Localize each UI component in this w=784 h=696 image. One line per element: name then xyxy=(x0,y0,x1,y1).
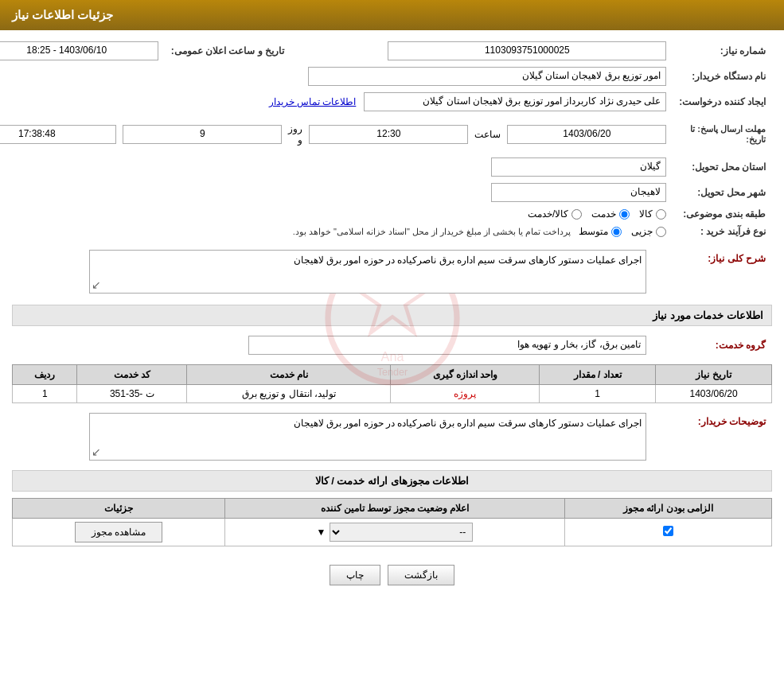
sharh-koli-table: شرح کلی نیاز: اجرای عملیات دستور کارهای … xyxy=(12,247,772,297)
nooe-motavaset-label: متوسط xyxy=(579,226,608,237)
etelaat-tamas-link[interactable]: اطلاعات تماس خریدار xyxy=(269,96,357,107)
col-elzam: الزامی بودن ارائه مجوز xyxy=(565,499,772,519)
mohlat-label: مهلت ارسال پاسخ: تا تاریخ: xyxy=(673,115,772,154)
name-dastgah-label: نام دستگاه خریدار: xyxy=(673,64,772,89)
tabaqe-label: طبقه بندی موضوعی: xyxy=(673,205,772,223)
gorooh-khedmat-label: گروه خدمت: xyxy=(653,332,772,358)
nooe-jozi-option[interactable]: جزیی xyxy=(631,226,666,237)
mohlat-rooz-label: روز و xyxy=(288,123,302,146)
col-elam: اعلام وضعیت مجوز توسط تامین کننده xyxy=(224,499,565,519)
ijad-konande-value: علی حیدری نژاد کاربرداز امور توزیع برق ل… xyxy=(364,92,666,111)
tabaqe-radio-group: کالا خدمت کالا/خدمت xyxy=(0,208,666,220)
tarikh-value: 1403/06/10 - 18:25 xyxy=(0,41,158,60)
mohlat-date: 1403/06/20 xyxy=(507,125,666,144)
elzam-checkbox[interactable] xyxy=(663,526,673,536)
dropdown-arrow-icon: ▼ xyxy=(316,527,326,538)
radif-cell: 1 xyxy=(13,385,77,403)
nooe-jozi-radio[interactable] xyxy=(656,227,666,237)
page-header: جزئیات اطلاعات نیاز xyxy=(0,0,784,30)
nooe-jozi-label: جزیی xyxy=(631,226,653,237)
gorooh-khedmat-value: تامین برق، گاز، بخار و تهویه هوا xyxy=(248,336,646,355)
tarikh-cell: 1403/06/20 xyxy=(656,385,772,403)
tozihat-value: اجرای عملیات دستور کارهای سرقت سیم اداره… xyxy=(89,413,646,461)
tozihat-label: توضیحات خریدار: xyxy=(653,410,772,464)
sharh-koli-label: شرح کلی نیاز: xyxy=(653,247,772,297)
nooe-farayand-label: نوع فرآیند خرید : xyxy=(673,223,772,240)
nooe-motavaset-radio[interactable] xyxy=(611,227,622,237)
col-joziyat: جزئیات xyxy=(13,499,225,519)
tabaqe-kala-khedmat-radio[interactable] xyxy=(571,209,582,220)
col-radif: ردیف xyxy=(13,365,77,385)
col-name-khedmat: نام خدمت xyxy=(187,365,391,385)
etelaat-khedamat-title: اطلاعات خدمات مورد نیاز xyxy=(12,305,772,326)
mohlat-time: 12:30 xyxy=(309,125,468,144)
header-title: جزئیات اطلاعات نیاز xyxy=(12,8,113,21)
tozihat-table: توضیحات خریدار: اجرای عملیات دستور کارها… xyxy=(12,410,772,464)
shomara-niaz-label: شماره نیاز: xyxy=(673,38,772,64)
mohlat-rooz-value: 9 xyxy=(123,125,282,144)
nooe-motavaset-option[interactable]: متوسط xyxy=(579,226,622,237)
joziyat-cell: مشاهده مجوز xyxy=(13,519,225,546)
tabaqe-kala-option[interactable]: کالا xyxy=(639,208,666,220)
gorooh-khedmat-table: گروه خدمت: تامین برق، گاز، بخار و تهویه … xyxy=(12,332,772,358)
tarikh-label: تاریخ و ساعت اعلان عمومی: xyxy=(165,38,291,64)
col-tedad: تعداد / مقدار xyxy=(540,365,656,385)
elam-select[interactable]: -- xyxy=(330,523,473,542)
permissions-table: الزامی بودن ارائه مجوز اعلام وضعیت مجوز … xyxy=(12,498,772,546)
mojavez-section-title: اطلاعات مجوزهای ارائه خدمت / کالا xyxy=(12,470,772,492)
shahr-label: شهر محل تحویل: xyxy=(673,180,772,205)
ijad-konande-label: ایجاد کننده درخواست: xyxy=(673,89,772,115)
back-button[interactable]: بازگشت xyxy=(388,565,454,585)
footer-buttons: بازگشت چاپ xyxy=(12,553,772,597)
tabaqe-khedmat-label: خدمت xyxy=(591,208,616,220)
moshahedeh-mojavez-button[interactable]: مشاهده مجوز xyxy=(75,522,162,542)
elam-cell: -- ▼ xyxy=(224,519,565,546)
nooe-note: پرداخت تمام یا بخشی از مبلغ خریدار از مح… xyxy=(293,227,571,237)
shomara-niaz-value: 1103093751000025 xyxy=(388,41,666,60)
tabaqe-kala-khedmat-option[interactable]: کالا/خدمت xyxy=(528,208,582,220)
nooe-farayand-radio-group: جزیی متوسط xyxy=(579,226,666,237)
tedad-cell: 1 xyxy=(540,385,656,403)
col-vahed: واحد اندازه گیری xyxy=(391,365,540,385)
tabaqe-khedmat-option[interactable]: خدمت xyxy=(591,208,630,220)
elzam-checkbox-cell xyxy=(565,519,772,546)
ostan-value: گیلان xyxy=(491,157,666,177)
col-tarikh: تاریخ نیاز xyxy=(656,365,772,385)
ostan-label: استان محل تحویل: xyxy=(673,154,772,180)
col-code-khedmat: کد خدمت xyxy=(77,365,187,385)
mohlat-saat-value: 17:38:48 xyxy=(0,125,116,144)
tabaqe-kala-khedmat-label: کالا/خدمت xyxy=(528,208,568,220)
table-row: 1403/06/20 1 پروژه تولید، انتقال و توزیع… xyxy=(13,385,772,403)
mohlat-time-label: ساعت xyxy=(474,129,501,140)
code-khedmat-cell: ت -35-351 xyxy=(77,385,187,403)
tabaqe-kala-radio[interactable] xyxy=(656,209,666,220)
permissions-row: -- ▼ مشاهده مجوز xyxy=(13,519,772,546)
shahr-value: لاهیجان xyxy=(491,183,666,202)
services-table: تاریخ نیاز تعداد / مقدار واحد اندازه گیر… xyxy=(12,364,772,403)
main-info-table: شماره نیاز: 1103093751000025 تاریخ و ساع… xyxy=(0,38,772,240)
tabaqe-kala-label: کالا xyxy=(639,208,653,220)
sharh-koli-value: اجرای عملیات دستور کارهای سرقت سیم اداره… xyxy=(89,250,646,294)
name-dastgah-value: امور توزیع برق لاهیجان استان گیلان xyxy=(308,67,666,86)
vahed-cell: پروژه xyxy=(391,385,540,403)
tabaqe-khedmat-radio[interactable] xyxy=(619,209,630,220)
name-khedmat-cell: تولید، انتقال و توزیع برق xyxy=(187,385,391,403)
print-button[interactable]: چاپ xyxy=(330,565,380,585)
